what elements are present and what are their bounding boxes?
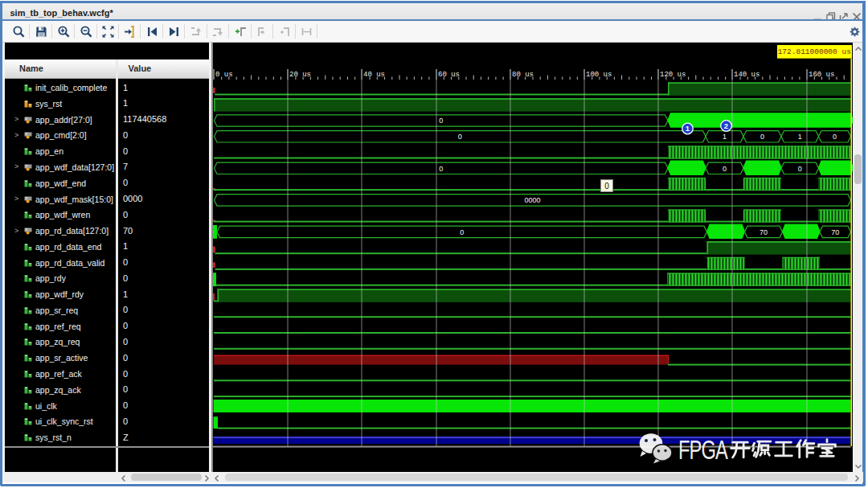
svg-text:0: 0 <box>457 133 461 141</box>
svg-text:70: 70 <box>759 228 767 236</box>
svg-text:0: 0 <box>460 228 464 236</box>
svg-text:0: 0 <box>722 165 726 173</box>
svg-text:40 us: 40 us <box>363 71 385 79</box>
svg-text:1: 1 <box>797 133 801 141</box>
svg-text:0: 0 <box>439 117 443 125</box>
svg-text:70: 70 <box>831 228 839 236</box>
svg-text:0 us: 0 us <box>215 71 233 79</box>
svg-text:80 us: 80 us <box>512 71 534 79</box>
svg-text:2: 2 <box>723 121 727 130</box>
svg-text:60 us: 60 us <box>438 71 460 79</box>
svg-text:1: 1 <box>722 133 726 141</box>
svg-text:0: 0 <box>760 133 764 141</box>
svg-text:120 us: 120 us <box>660 71 686 79</box>
svg-text:0000: 0000 <box>524 196 540 204</box>
svg-text:140 us: 140 us <box>734 71 760 79</box>
svg-text:0: 0 <box>832 133 836 141</box>
svg-text:1: 1 <box>685 124 690 133</box>
svg-text:0: 0 <box>439 165 443 173</box>
svg-text:100 us: 100 us <box>586 71 612 79</box>
svg-text:0: 0 <box>797 165 801 173</box>
svg-text:20 us: 20 us <box>289 71 311 79</box>
